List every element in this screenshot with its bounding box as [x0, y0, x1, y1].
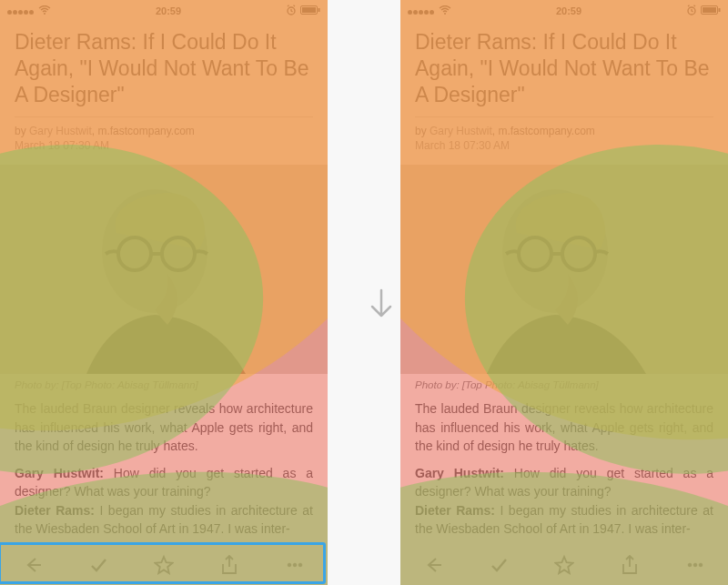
- heatmap-overlay: [400, 0, 728, 585]
- phone-screenshot-right: 20:59 Dieter Rams: If I Could Do It Agai…: [400, 0, 728, 585]
- down-arrow-icon: [359, 282, 404, 328]
- phone-screenshot-left: 20:59 Dieter Rams: If I Could Do It Agai…: [0, 0, 328, 585]
- heatmap-overlay: [0, 0, 328, 585]
